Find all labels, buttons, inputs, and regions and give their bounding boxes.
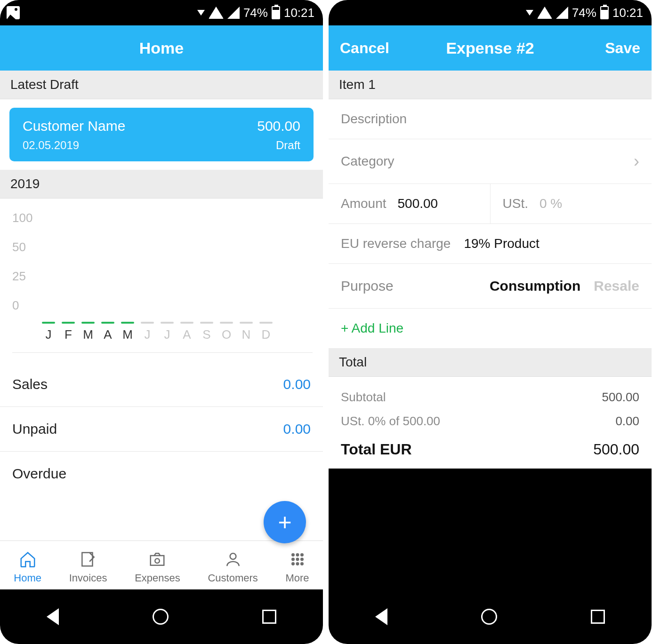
add-button[interactable]: + (264, 501, 306, 543)
total-eur-value: 500.00 (593, 441, 639, 458)
clock: 10:21 (284, 6, 314, 20)
purpose-row: Purpose Consumption Resale (329, 264, 652, 309)
battery-icon (272, 6, 280, 19)
stat-sales-label: Sales (12, 376, 48, 392)
draft-amount: 500.00 (257, 118, 300, 134)
description-row[interactable]: Description (329, 99, 652, 139)
y-tick: 25 (12, 269, 39, 284)
android-nav-bar (0, 589, 323, 644)
invoices-icon (79, 549, 97, 569)
home-screen: 74% 10:21 Home Latest Draft Customer Nam… (0, 0, 323, 644)
amount-row: Amount 500.00 USt. 0 % (329, 184, 652, 224)
svg-point-11 (297, 563, 298, 564)
reverse-charge-value: 19% Product (464, 236, 539, 251)
reverse-charge-row[interactable]: EU reverse charge 19% Product (329, 224, 652, 264)
tab-invoices[interactable]: Invoices (69, 549, 107, 584)
cellular-icon (556, 7, 568, 19)
svg-point-5 (297, 554, 298, 556)
dropdown-icon (526, 10, 533, 16)
wifi-icon (537, 7, 552, 19)
tab-home-label: Home (14, 572, 41, 584)
add-line-button[interactable]: + Add Line (329, 309, 652, 348)
tab-invoices-label: Invoices (69, 572, 107, 584)
more-icon (289, 549, 306, 569)
svg-point-9 (301, 558, 303, 560)
expenses-icon (148, 549, 166, 569)
y-tick: 50 (12, 240, 39, 254)
tab-more-label: More (285, 572, 309, 584)
page-title: Expense #2 (446, 39, 534, 57)
battery-percent: 74% (572, 6, 596, 20)
wifi-icon (209, 7, 224, 19)
app-header: Cancel Expense #2 Save (329, 25, 652, 71)
nav-recent-icon[interactable] (591, 610, 605, 624)
purpose-consumption-button[interactable]: Consumption (490, 278, 580, 294)
svg-point-8 (297, 558, 298, 560)
svg-point-10 (292, 563, 294, 564)
yearly-chart: 100 50 25 0 J F M A M J J A S O N D (0, 199, 323, 362)
picture-icon (7, 6, 20, 19)
ust-label: USt. (503, 196, 528, 211)
amount-value: 500.00 (398, 196, 438, 211)
expense-edit-screen: 74% 10:21 Cancel Expense #2 Save Item 1 … (329, 0, 652, 644)
ust-line-value: 0.00 (615, 414, 639, 429)
svg-point-7 (292, 558, 294, 560)
clock: 10:21 (612, 6, 643, 20)
page-title: Home (139, 39, 184, 57)
description-label: Description (341, 111, 407, 127)
tab-customers[interactable]: Customers (208, 549, 258, 584)
category-label: Category (341, 154, 394, 169)
category-row[interactable]: Category › (329, 139, 652, 184)
y-tick: 100 (12, 211, 39, 225)
subtotal-value: 500.00 (602, 390, 639, 405)
total-eur-label: Total EUR (341, 441, 412, 458)
cancel-button[interactable]: Cancel (340, 40, 389, 57)
dropdown-icon (197, 10, 205, 16)
battery-icon (600, 6, 609, 19)
system-status-bar: 74% 10:21 (329, 0, 652, 25)
nav-home-icon[interactable] (481, 609, 497, 625)
ust-line-label: USt. 0% of 500.00 (341, 414, 440, 429)
tab-expenses-label: Expenses (135, 572, 180, 584)
section-year: 2019 (0, 170, 323, 199)
system-status-bar: 74% 10:21 (0, 0, 323, 25)
reverse-charge-label: EU reverse charge (341, 236, 451, 251)
month-axis: J F M A M J J A S O N D (39, 322, 313, 342)
purpose-label: Purpose (341, 278, 394, 294)
customers-icon (224, 549, 242, 569)
draft-status: Draft (257, 139, 300, 152)
nav-home-icon[interactable] (153, 609, 169, 625)
amount-label: Amount (341, 196, 386, 211)
nav-recent-icon[interactable] (262, 610, 276, 624)
nav-back-icon[interactable] (375, 608, 387, 625)
home-icon (19, 549, 37, 569)
ust-field[interactable]: USt. 0 % (490, 184, 652, 223)
tab-home[interactable]: Home (14, 549, 41, 584)
svg-point-12 (301, 563, 303, 564)
android-nav-bar (329, 589, 652, 644)
totals-block: Subtotal 500.00 USt. 0% of 500.00 0.00 T… (329, 377, 652, 469)
stat-unpaid[interactable]: Unpaid 0.00 (0, 407, 323, 452)
cellular-icon (227, 7, 240, 19)
svg-point-4 (292, 554, 294, 556)
draft-card[interactable]: Customer Name 02.05.2019 500.00 Draft (9, 108, 314, 161)
stat-overdue[interactable]: Overdue (0, 452, 323, 496)
tab-more[interactable]: More (285, 549, 309, 584)
stat-sales[interactable]: Sales 0.00 (0, 362, 323, 407)
section-latest-draft: Latest Draft (0, 71, 323, 99)
bottom-tab-bar: Home Invoices Expenses Customers More (0, 541, 323, 589)
svg-point-6 (301, 554, 303, 556)
nav-back-icon[interactable] (47, 608, 59, 625)
purpose-resale-button[interactable]: Resale (594, 278, 639, 294)
chevron-right-icon: › (634, 151, 639, 171)
draft-date: 02.05.2019 (23, 139, 125, 152)
stat-overdue-label: Overdue (12, 466, 66, 482)
y-tick: 0 (12, 298, 39, 313)
stat-sales-value: 0.00 (283, 376, 311, 392)
subtotal-label: Subtotal (341, 390, 386, 405)
save-button[interactable]: Save (605, 40, 640, 57)
svg-point-2 (155, 558, 160, 563)
tab-expenses[interactable]: Expenses (135, 549, 180, 584)
app-header: Home (0, 25, 323, 71)
amount-field[interactable]: Amount 500.00 (329, 184, 490, 223)
